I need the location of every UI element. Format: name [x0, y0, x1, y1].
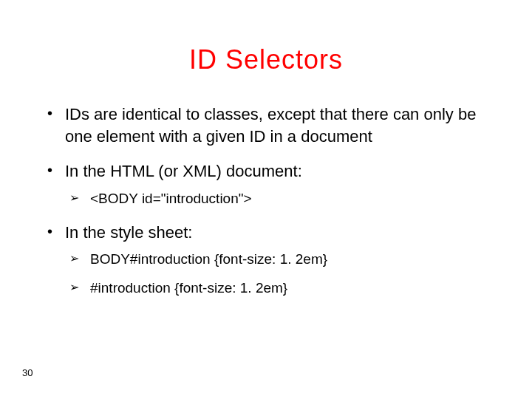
sub-text: #introduction {font-size: 1. 2em} — [90, 280, 287, 296]
bullet-text: IDs are identical to classes, except tha… — [65, 105, 476, 146]
slide-title: ID Selectors — [44, 44, 488, 75]
sub-text: <BODY id="introduction"> — [90, 191, 252, 206]
bullet-text: In the HTML (or XML) document: — [65, 162, 302, 180]
page-number: 30 — [22, 367, 33, 378]
bullet-text: In the style sheet: — [65, 223, 192, 242]
bullet-list: IDs are identical to classes, except tha… — [44, 103, 488, 298]
sub-item: BODY#introduction {font-size: 1. 2em} — [69, 250, 488, 269]
sub-text: BODY#introduction {font-size: 1. 2em} — [90, 251, 327, 267]
sub-item: <BODY id="introduction"> — [69, 190, 488, 208]
sub-list: <BODY id="introduction"> — [65, 190, 488, 208]
bullet-item: IDs are identical to classes, except tha… — [44, 103, 488, 147]
sub-item: #introduction {font-size: 1. 2em} — [69, 279, 488, 298]
bullet-item: In the HTML (or XML) document: <BODY id=… — [44, 160, 488, 208]
bullet-item: In the style sheet: BODY#introduction {f… — [44, 222, 488, 298]
sub-list: BODY#introduction {font-size: 1. 2em} #i… — [65, 250, 488, 297]
slide: ID Selectors IDs are identical to classe… — [0, 0, 532, 399]
